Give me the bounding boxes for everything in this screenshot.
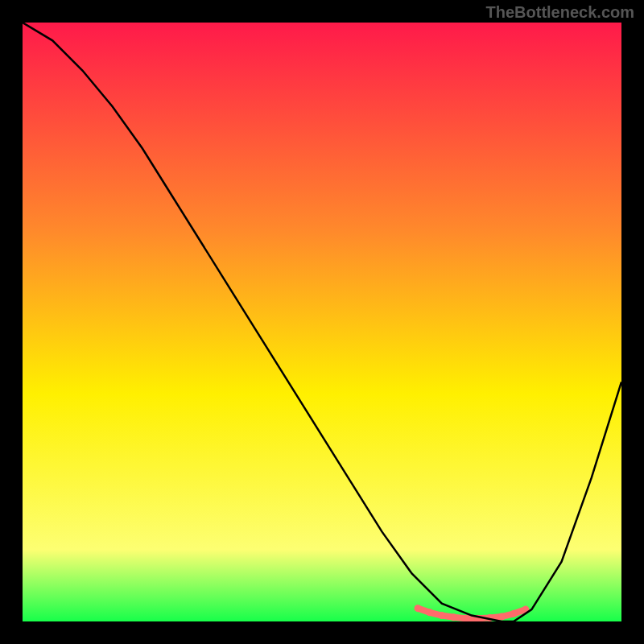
highlight-dot [426,609,433,616]
chart-svg [23,23,621,621]
highlight-dot [450,613,457,621]
gradient-background [23,23,621,621]
highlight-dot [415,605,422,612]
highlight-dot [510,610,518,617]
highlight-dot [498,613,506,621]
highlight-dot [438,612,445,619]
watermark-text: TheBottleneck.com [486,3,634,22]
plot-area [23,23,621,621]
